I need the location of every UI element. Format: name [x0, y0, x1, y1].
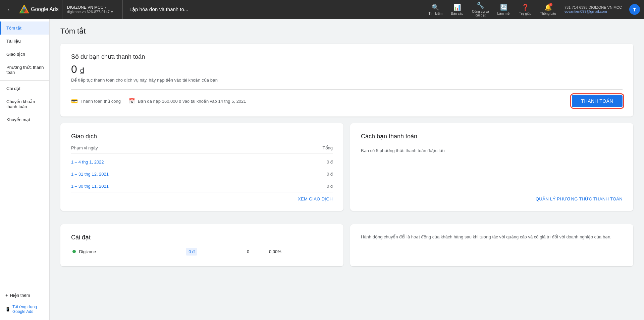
tools-label: Công cụ và cài đặt — [472, 10, 489, 17]
account-sub: digizone.vn 626-877-0147 ▾ — [67, 10, 118, 14]
refresh-label: Làm mới — [497, 12, 511, 15]
page-title: Tóm tắt — [60, 27, 633, 36]
payment-card-inner: Cách bạn thanh toán Bạn có 5 phương thức… — [361, 133, 623, 201]
table-row: 1 – 30 thg 11, 2021 0 đ — [71, 180, 333, 192]
search-label: Tìm kiếm — [428, 12, 442, 15]
table-row: Digizone 0 đ 0 0,00% — [71, 246, 333, 257]
settings-row-value3: 0,00% — [268, 246, 333, 257]
sidebar-item-khuyenmai[interactable]: Khuyến mại — [0, 113, 49, 126]
sidebar-item-chuyenkhoan[interactable]: Chuyển khoản thanh toán — [0, 95, 49, 113]
back-button[interactable]: ← — [4, 3, 16, 16]
reports-button[interactable]: 📊 Báo cáo — [447, 2, 467, 17]
show-more-button[interactable]: + Hiện thêm — [0, 289, 49, 301]
card-icon: 💳 — [71, 98, 78, 104]
payment-method-title: Cách bạn thanh toán — [361, 133, 623, 140]
settings-section-row: Cài đặt Digizone 0 đ 0 0,00% — [60, 224, 633, 273]
account-selector[interactable]: DIGIZONE VN MCC › digizone.vn 626-877-01… — [62, 0, 123, 19]
table-row: 1 – 31 thg 12, 2021 0 đ — [71, 168, 333, 180]
sidebar-item-giaodich[interactable]: Giao dịch — [0, 48, 49, 61]
reports-icon: 📊 — [453, 4, 461, 11]
transaction-amount-1: 0 đ — [327, 159, 333, 165]
sidebar-item-tomtat[interactable]: Tóm tắt — [0, 21, 49, 35]
download-app-button[interactable]: 📱 Tải ứng dụng Google Ads — [0, 301, 49, 317]
refresh-icon: 🔄 — [500, 4, 507, 11]
show-more-label: Hiện thêm — [10, 293, 30, 298]
deposit-text: Bạn đã nạp 160.000 đ vào tài khoản vào 1… — [138, 99, 246, 104]
search-icon: 🔍 — [432, 4, 439, 11]
status-dot-icon — [72, 250, 76, 253]
balance-title: Số dư bạn chưa thanh toán — [71, 53, 623, 60]
user-email: vovantien099@gmail.com — [565, 9, 622, 13]
google-ads-logo: Google Ads — [16, 0, 62, 19]
balance-footer: 💳 Thanh toán thủ công 📅 Bạn đã nạp 160.0… — [71, 89, 623, 107]
billing-page-title: Lập hóa đơn và thanh to... — [123, 6, 425, 12]
transactions-card: Giao dịch Phạm vi ngày Tổng 1 – 4 thg 1,… — [60, 123, 343, 211]
settings-card: Cài đặt Digizone 0 đ 0 0,00% — [60, 224, 343, 266]
conversion-card: Hành động chuyển đổi là hoạt động của kh… — [350, 224, 633, 266]
notifications-icon: 🔔 1 — [544, 4, 552, 11]
account-chevron-icon: › — [105, 5, 106, 9]
notifications-label: Thông báo — [540, 12, 556, 15]
account-dropdown-icon: ▾ — [111, 10, 113, 14]
balance-amount: 0 đ — [71, 63, 623, 76]
sidebar-item-caidat[interactable]: Cài đặt — [0, 82, 49, 95]
account-name: DIGIZONE VN MCC › — [67, 5, 118, 10]
user-id: 731-714-6395 DIGIZONE VN MCC — [565, 5, 622, 9]
user-section: 731-714-6395 DIGIZONE VN MCC vovantien09… — [561, 5, 625, 13]
view-all-transactions-link[interactable]: XEM GIAO DỊCH — [71, 196, 333, 201]
sidebar-item-phuongthuc[interactable]: Phương thức thanh toán — [0, 61, 49, 79]
manage-payment-link[interactable]: QUẢN LÝ PHƯƠNG THỨC THANH TOÁN — [361, 191, 623, 201]
two-col-section: Giao dịch Phạm vi ngày Tổng 1 – 4 thg 1,… — [60, 123, 633, 218]
col-total-header: Tổng — [323, 145, 333, 150]
transaction-amount-2: 0 đ — [327, 172, 333, 177]
conversion-description: Hành động chuyển đổi là hoạt động của kh… — [361, 234, 623, 241]
settings-row-budget: 0 đ — [184, 246, 246, 257]
balance-footer-info: 💳 Thanh toán thủ công 📅 Bạn đã nạp 160.0… — [71, 98, 246, 104]
sidebar-divider — [0, 80, 49, 81]
sidebar-item-tailieu[interactable]: Tài liệu — [0, 35, 49, 48]
payment-method-description: Bạn có 5 phương thức thanh toán được lưu — [361, 148, 623, 153]
logo-text: Google Ads — [31, 6, 59, 12]
payment-method-info: 💳 Thanh toán thủ công — [71, 98, 121, 104]
payment-method-text: Thanh toán thủ công — [80, 99, 121, 104]
notification-badge: 1 — [549, 3, 552, 6]
tools-icon: 🔧 — [477, 2, 484, 9]
download-app-label: Tải ứng dụng Google Ads — [12, 305, 44, 314]
col-date-header: Phạm vi ngày — [71, 145, 98, 150]
top-navigation: ← Google Ads DIGIZONE VN MCC › digizone.… — [0, 0, 644, 19]
transaction-date-3[interactable]: 1 – 30 thg 11, 2021 — [71, 184, 109, 189]
transactions-title: Giao dịch — [71, 133, 333, 140]
search-button[interactable]: 🔍 Tìm kiếm — [425, 2, 446, 17]
reports-label: Báo cáo — [451, 12, 464, 15]
transaction-date-1[interactable]: 1 – 4 thg 1, 2022 — [71, 159, 104, 165]
avatar[interactable]: T — [629, 4, 640, 15]
deposit-info: 📅 Bạn đã nạp 160.000 đ vào tài khoản vào… — [129, 98, 246, 104]
balance-card: Số dư bạn chưa thanh toán 0 đ Để tiếp tụ… — [60, 44, 633, 117]
payment-method-card: Cách bạn thanh toán Bạn có 5 phương thức… — [350, 123, 633, 211]
sidebar: Tóm tắt Tài liệu Giao dịch Phương thức t… — [0, 19, 50, 320]
settings-row-name: Digizone — [71, 246, 184, 257]
currency-symbol: đ — [80, 66, 84, 75]
main-layout: Tóm tắt Tài liệu Giao dịch Phương thức t… — [0, 19, 644, 320]
logo-icon — [19, 5, 29, 14]
settings-table: Digizone 0 đ 0 0,00% — [71, 246, 333, 257]
notifications-button[interactable]: 🔔 1 Thông báo — [537, 2, 559, 17]
transaction-amount-3: 0 đ — [327, 184, 333, 189]
budget-cell: 0 đ — [186, 248, 197, 256]
refresh-button[interactable]: 🔄 Làm mới — [494, 2, 514, 17]
plus-icon: + — [5, 293, 8, 298]
calendar-icon: 📅 — [129, 98, 135, 104]
settings-row-value2: 0 — [246, 246, 268, 257]
pay-button[interactable]: THANH TOÁN — [572, 95, 623, 107]
settings-title: Cài đặt — [71, 234, 333, 241]
help-icon: ❓ — [522, 4, 529, 11]
transaction-date-2[interactable]: 1 – 31 thg 12, 2021 — [71, 172, 109, 177]
main-content: Tóm tắt Số dư bạn chưa thanh toán 0 đ Để… — [50, 19, 644, 320]
tools-button[interactable]: 🔧 Công cụ và cài đặt — [469, 0, 492, 18]
phone-icon: 📱 — [5, 307, 10, 312]
help-label: Trợ giúp — [519, 12, 532, 15]
table-row: 1 – 4 thg 1, 2022 0 đ — [71, 156, 333, 168]
balance-description: Để tiếp tục thanh toán cho dịch vụ này, … — [71, 78, 623, 83]
sidebar-bottom: + Hiện thêm 📱 Tải ứng dụng Google Ads — [0, 287, 49, 320]
help-button[interactable]: ❓ Trợ giúp — [515, 2, 535, 17]
